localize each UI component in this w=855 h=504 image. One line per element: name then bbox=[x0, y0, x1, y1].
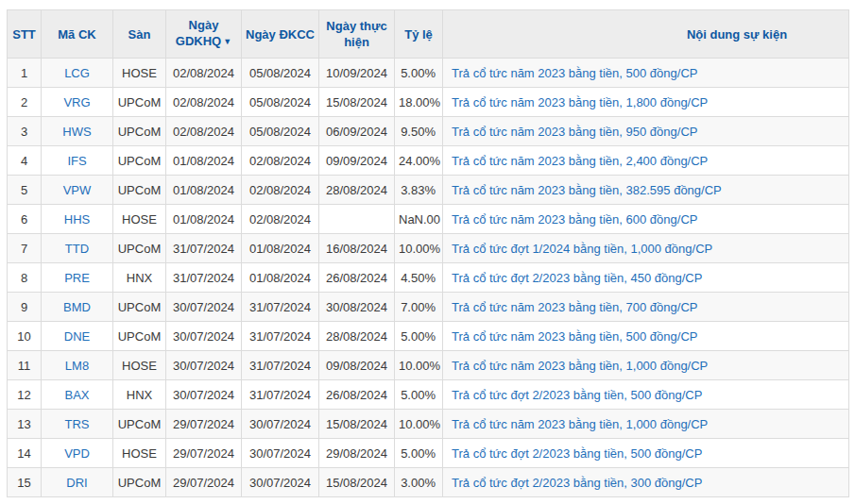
event-content-link[interactable]: Trả cổ tức năm 2023 bằng tiền, 1,800 đồn… bbox=[452, 95, 708, 109]
event-content-link[interactable]: Trả cổ tức năm 2023 bằng tiền, 2,400 đồn… bbox=[452, 154, 708, 168]
cell-record-date: 31/07/2024 bbox=[242, 351, 319, 380]
ticker-link[interactable]: DNE bbox=[64, 329, 90, 344]
cell-exdividend-date: 02/08/2024 bbox=[166, 59, 242, 88]
cell-ratio: 5.00% bbox=[395, 322, 443, 351]
cell-execution-date: 15/08/2024 bbox=[319, 468, 395, 497]
ticker-link[interactable]: PRE bbox=[64, 271, 90, 285]
cell-ratio: 7.00% bbox=[395, 293, 443, 322]
event-content-link[interactable]: Trả cổ tức đợt 2/2023 bằng tiền, 500 đồn… bbox=[452, 446, 702, 461]
cell-ticker: LM8 bbox=[42, 351, 113, 380]
column-header-record-date[interactable]: Ngày ĐKCC bbox=[242, 10, 319, 59]
cell-event-content: Trả cổ tức năm 2023 bằng tiền, 500 đồng/… bbox=[443, 322, 849, 351]
event-content-link[interactable]: Trả cổ tức đợt 2/2023 bằng tiền, 300 đồn… bbox=[452, 476, 702, 490]
table-row: 13 TRS UPCoM 29/07/2024 30/07/2024 15/08… bbox=[8, 410, 849, 439]
ticker-link[interactable]: BAX bbox=[64, 388, 89, 402]
cell-exchange: UPCoM bbox=[113, 468, 166, 497]
cell-event-content: Trả cổ tức đợt 2/2023 bằng tiền, 500 đồn… bbox=[443, 439, 849, 468]
cell-exdividend-date: 30/07/2024 bbox=[166, 322, 242, 351]
cell-ratio: 5.00% bbox=[395, 59, 443, 88]
cell-execution-date: 10/09/2024 bbox=[319, 59, 395, 88]
column-header-exdividend-date-label: Ngày GDKHQ bbox=[176, 18, 221, 48]
ticker-link[interactable]: VPD bbox=[64, 446, 90, 461]
cell-execution-date: 15/08/2024 bbox=[319, 410, 395, 439]
event-content-link[interactable]: Trả cổ tức đợt 2/2023 bằng tiền, 500 đồn… bbox=[452, 388, 702, 402]
event-content-link[interactable]: Trả cổ tức năm 2023 bằng tiền, 1,000 đồn… bbox=[452, 417, 708, 431]
cell-ratio: 10.00% bbox=[395, 234, 443, 263]
cell-record-date: 31/07/2024 bbox=[242, 322, 319, 351]
cell-event-content: Trả cổ tức năm 2023 bằng tiền, 500 đồng/… bbox=[443, 59, 849, 88]
cell-exchange: HOSE bbox=[113, 439, 166, 468]
cell-record-date: 05/08/2024 bbox=[242, 117, 319, 146]
cell-stt: 15 bbox=[8, 468, 42, 497]
cell-event-content: Trả cổ tức đợt 1/2024 bằng tiền, 1,000 đ… bbox=[443, 234, 849, 263]
cell-exchange: UPCoM bbox=[113, 322, 166, 351]
cell-ratio: 5.00% bbox=[395, 439, 443, 468]
cell-stt: 4 bbox=[8, 146, 42, 176]
cell-exdividend-date: 29/07/2024 bbox=[166, 410, 242, 439]
ticker-link[interactable]: HHS bbox=[64, 212, 90, 227]
cell-event-content: Trả cổ tức năm 2023 bằng tiền, 600 đồng/… bbox=[443, 205, 849, 234]
column-header-event-content[interactable]: Nội dung sự kiện bbox=[443, 10, 849, 59]
event-content-link[interactable]: Trả cổ tức năm 2023 bằng tiền, 950 đồng/… bbox=[452, 125, 697, 139]
column-header-exchange[interactable]: Sàn bbox=[113, 10, 166, 59]
cell-ratio: 24.00% bbox=[395, 146, 443, 176]
cell-execution-date: 06/09/2024 bbox=[319, 117, 395, 146]
cell-event-content: Trả cổ tức năm 2023 bằng tiền, 950 đồng/… bbox=[443, 117, 849, 146]
cell-ticker: IFS bbox=[42, 146, 113, 176]
ticker-link[interactable]: HWS bbox=[62, 125, 91, 139]
column-header-stt[interactable]: STT bbox=[8, 10, 42, 59]
cell-execution-date: 16/08/2024 bbox=[319, 234, 395, 263]
event-content-link[interactable]: Trả cổ tức đợt 2/2023 bằng tiền, 450 đồn… bbox=[452, 271, 702, 285]
ticker-link[interactable]: VPW bbox=[63, 183, 92, 197]
ticker-link[interactable]: LCG bbox=[64, 66, 90, 80]
event-content-link[interactable]: Trả cổ tức năm 2023 bằng tiền, 382.595 đ… bbox=[452, 183, 722, 197]
event-content-link[interactable]: Trả cổ tức năm 2023 bằng tiền, 500 đồng/… bbox=[452, 329, 697, 344]
cell-ratio: 10.00% bbox=[395, 351, 443, 380]
cell-ticker: TTD bbox=[42, 234, 113, 263]
table-row: 6 HHS HOSE 01/08/2024 02/08/2024 NaN.00 … bbox=[8, 205, 849, 234]
ticker-link[interactable]: TRS bbox=[65, 417, 90, 431]
ticker-link[interactable]: LM8 bbox=[65, 359, 89, 373]
event-content-link[interactable]: Trả cổ tức đợt 1/2024 bằng tiền, 1,000 đ… bbox=[452, 242, 712, 256]
cell-execution-date: 26/08/2024 bbox=[319, 263, 395, 293]
event-content-link[interactable]: Trả cổ tức năm 2023 bằng tiền, 700 đồng/… bbox=[452, 300, 697, 314]
cell-exchange: HOSE bbox=[113, 205, 166, 234]
cell-exchange: HOSE bbox=[113, 59, 166, 88]
cell-exdividend-date: 01/08/2024 bbox=[166, 176, 242, 205]
ticker-link[interactable]: IFS bbox=[67, 154, 86, 168]
table-body: 1 LCG HOSE 02/08/2024 05/08/2024 10/09/2… bbox=[8, 59, 849, 497]
table-row: 7 TTD UPCoM 31/07/2024 01/08/2024 16/08/… bbox=[8, 234, 849, 263]
cell-exchange: UPCoM bbox=[113, 176, 166, 205]
ticker-link[interactable]: TTD bbox=[65, 242, 89, 256]
cell-stt: 14 bbox=[8, 439, 42, 468]
cell-ticker: LCG bbox=[42, 59, 113, 88]
event-content-link[interactable]: Trả cổ tức năm 2023 bằng tiền, 1,000 đồn… bbox=[452, 359, 708, 373]
ticker-link[interactable]: DRI bbox=[66, 476, 87, 490]
event-content-link[interactable]: Trả cổ tức năm 2023 bằng tiền, 500 đồng/… bbox=[452, 66, 697, 80]
cell-record-date: 02/08/2024 bbox=[242, 146, 319, 176]
column-header-ratio[interactable]: Tỷ lệ bbox=[395, 10, 443, 59]
cell-execution-date: 28/08/2024 bbox=[319, 322, 395, 351]
cell-execution-date: 26/08/2024 bbox=[319, 380, 395, 410]
table-row: 4 IFS UPCoM 01/08/2024 02/08/2024 09/09/… bbox=[8, 146, 849, 176]
column-header-execution-date[interactable]: Ngày thực hiện bbox=[319, 10, 395, 59]
cell-stt: 6 bbox=[8, 205, 42, 234]
cell-ticker: PRE bbox=[42, 263, 113, 293]
ticker-link[interactable]: BMD bbox=[63, 300, 91, 314]
sort-descending-icon: ▼ bbox=[223, 37, 231, 46]
cell-stt: 1 bbox=[8, 59, 42, 88]
table-row: 1 LCG HOSE 02/08/2024 05/08/2024 10/09/2… bbox=[8, 59, 849, 88]
cell-exdividend-date: 02/08/2024 bbox=[166, 88, 242, 117]
page: STT Mã CK Sàn Ngày GDKHQ▼ Ngày ĐKCC Ngày… bbox=[0, 0, 855, 504]
event-content-link[interactable]: Trả cổ tức năm 2023 bằng tiền, 600 đồng/… bbox=[452, 212, 697, 227]
cell-ticker: BMD bbox=[42, 293, 113, 322]
cell-ticker: VRG bbox=[42, 88, 113, 117]
column-header-exdividend-date[interactable]: Ngày GDKHQ▼ bbox=[166, 10, 242, 59]
table-row: 8 PRE HNX 31/07/2024 01/08/2024 26/08/20… bbox=[8, 263, 849, 293]
ticker-link[interactable]: VRG bbox=[63, 95, 90, 109]
cell-record-date: 31/07/2024 bbox=[242, 293, 319, 322]
cell-record-date: 31/07/2024 bbox=[242, 380, 319, 410]
column-header-ticker[interactable]: Mã CK bbox=[42, 10, 113, 59]
table-row: 3 HWS UPCoM 02/08/2024 05/08/2024 06/09/… bbox=[8, 117, 849, 146]
cell-stt: 3 bbox=[8, 117, 42, 146]
